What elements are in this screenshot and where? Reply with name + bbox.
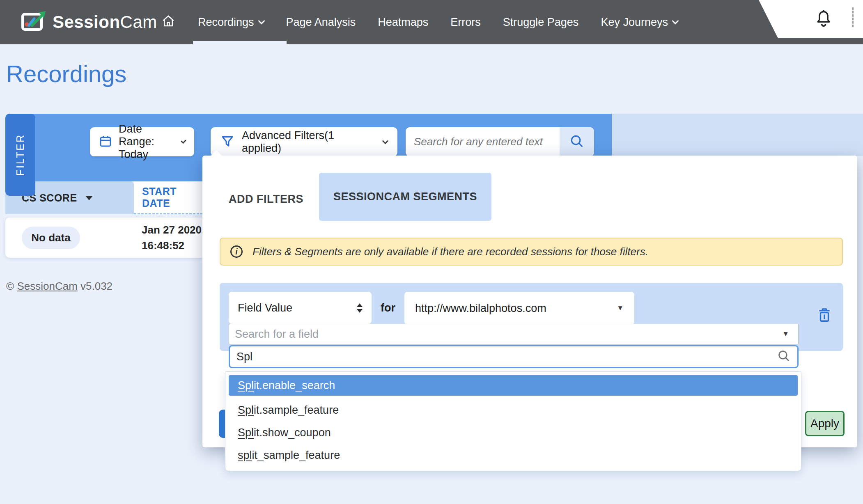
- delete-filter-button[interactable]: [817, 307, 832, 325]
- field-suggestions-list: Split.enable_search Split.sample_feature…: [225, 371, 801, 471]
- field-combo[interactable]: Search for a field ▼: [229, 324, 799, 344]
- text-search: [406, 127, 594, 156]
- nav-item-home[interactable]: [161, 14, 176, 31]
- active-nav-indicator: [193, 41, 287, 44]
- sessioncam-logo-text: SessionCam: [53, 12, 157, 32]
- funnel-icon: [220, 134, 234, 150]
- chevron-down-icon: [258, 18, 265, 25]
- select-arrow-icon: ▼: [782, 330, 789, 338]
- popover-arrow: [211, 150, 222, 156]
- top-right-notch: [759, 0, 863, 38]
- calendar-icon: [99, 135, 112, 149]
- spinner-icon: [357, 303, 363, 313]
- search-button[interactable]: [560, 127, 594, 156]
- nav-item-label: Recordings: [198, 16, 254, 29]
- filter-bar-extension: [612, 114, 863, 156]
- nav-items: Recordings Page Analysis Heatmaps Errors…: [161, 0, 678, 44]
- field-type-value: Field Value: [238, 302, 292, 314]
- tab-add-filters-label: ADD FILTERS: [229, 193, 303, 206]
- field-combo-placeholder: Search for a field: [235, 328, 319, 341]
- sessioncam-logo[interactable]: SessionCam: [21, 0, 157, 44]
- nav-item-recordings[interactable]: Recordings: [198, 16, 264, 29]
- tab-sessioncam-segments-label: SESSIONCAM SEGMENTS: [333, 190, 477, 203]
- date-range-label: Date Range: Today: [119, 123, 175, 161]
- suggestion-item[interactable]: split_sample_feature: [225, 444, 801, 467]
- chevron-down-icon: [672, 18, 679, 25]
- search-icon-small: [777, 349, 791, 364]
- navbar: SessionCam Recordings Page Analysis Heat…: [0, 0, 863, 44]
- nav-item-key-journeys[interactable]: Key Journeys: [601, 16, 678, 29]
- site-select-value: http://www.bilalphotos.com: [415, 302, 546, 315]
- nav-item-label: Struggle Pages: [503, 16, 579, 29]
- nav-item-label: Key Journeys: [601, 16, 668, 29]
- table-header-start-date[interactable]: START DATE: [134, 181, 207, 214]
- info-banner-text: Filters & Segments are only available if…: [252, 245, 648, 258]
- apply-button-label: Apply: [810, 417, 839, 430]
- sessioncam-logo-icon: [21, 11, 47, 34]
- filter-tab[interactable]: FILTER: [5, 114, 35, 196]
- cs-score-badge: No data: [22, 227, 80, 249]
- sessioncam-link[interactable]: SessionCam: [17, 280, 77, 292]
- date-range-button[interactable]: Date Range: Today: [90, 127, 194, 156]
- nav-item-label: Heatmaps: [378, 16, 428, 29]
- chevron-down-icon: [181, 138, 186, 143]
- tab-add-filters[interactable]: ADD FILTERS: [229, 187, 303, 211]
- field-search-input[interactable]: [236, 351, 777, 363]
- info-banner: i Filters & Segments are only available …: [220, 238, 843, 266]
- text-search-input[interactable]: [406, 127, 560, 156]
- table-row[interactable]: No data Jan 27 2020, 16:48:52: [5, 218, 207, 258]
- filter-tab-label: FILTER: [14, 134, 26, 176]
- suggestion-item[interactable]: Split.show_coupon: [225, 422, 801, 444]
- notification-bell-button[interactable]: [815, 9, 833, 30]
- suggestion-item-highlighted[interactable]: Split.enable_search: [229, 375, 798, 396]
- field-type-select[interactable]: Field Value: [229, 292, 372, 324]
- advanced-filters-button[interactable]: Advanced Filters(1 applied): [211, 127, 397, 156]
- advanced-filters-label: Advanced Filters(1 applied): [242, 129, 376, 155]
- suggestion-item[interactable]: Split.sample_feature: [225, 399, 801, 422]
- home-icon: [161, 14, 176, 31]
- page-title: Recordings: [6, 60, 126, 87]
- tab-sessioncam-segments[interactable]: SESSIONCAM SEGMENTS: [319, 173, 491, 221]
- sort-desc-icon: [85, 196, 93, 200]
- search-icon: [569, 133, 585, 151]
- nav-item-heatmaps[interactable]: Heatmaps: [378, 16, 428, 29]
- nav-item-label: Errors: [450, 16, 481, 29]
- info-icon: i: [230, 245, 243, 258]
- trash-icon: [817, 318, 832, 325]
- chevron-down-icon: [382, 137, 389, 144]
- nav-item-page-analysis[interactable]: Page Analysis: [286, 16, 356, 29]
- apply-button[interactable]: Apply: [805, 411, 845, 436]
- copyright-footer: © SessionCam v5.032: [6, 280, 112, 293]
- start-date-value: Jan 27 2020, 16:48:52: [142, 222, 204, 253]
- nav-item-label: Page Analysis: [286, 16, 356, 29]
- field-search: [229, 345, 799, 368]
- site-select[interactable]: http://www.bilalphotos.com ▼: [404, 292, 634, 325]
- nav-item-struggle-pages[interactable]: Struggle Pages: [503, 16, 579, 29]
- start-date-header-label: START DATE: [142, 186, 207, 209]
- select-arrow-icon: ▼: [617, 304, 624, 312]
- dashed-divider: [852, 7, 854, 27]
- nav-item-errors[interactable]: Errors: [450, 16, 481, 29]
